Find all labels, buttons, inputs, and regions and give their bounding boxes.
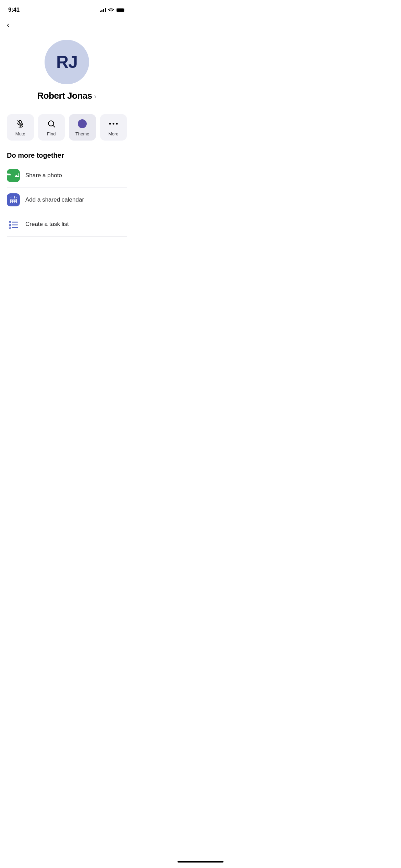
status-bar: 9:41 — [0, 0, 134, 17]
svg-point-34 — [10, 225, 11, 226]
mute-label: Mute — [15, 131, 25, 136]
mute-icon — [15, 119, 25, 129]
svg-point-25 — [13, 201, 14, 201]
svg-rect-21 — [10, 197, 17, 200]
find-label: Find — [47, 131, 56, 136]
section-title: Do more together — [7, 152, 64, 159]
avatar-section: RJ Robert Jonas › — [0, 33, 134, 105]
theme-label: Theme — [75, 131, 89, 136]
status-icons — [100, 8, 125, 12]
find-icon — [47, 119, 56, 129]
signal-bars-icon — [100, 8, 106, 12]
battery-icon — [116, 8, 125, 12]
svg-point-7 — [112, 123, 114, 125]
svg-point-24 — [11, 201, 12, 201]
svg-point-8 — [116, 123, 118, 125]
share-photo-label: Share a photo — [25, 172, 62, 179]
contact-name: Robert Jonas — [37, 91, 92, 101]
task-list-label: Create a task list — [25, 221, 69, 228]
list-items: Share a photo — [0, 164, 134, 237]
avatar: RJ — [45, 40, 89, 84]
svg-line-5 — [53, 125, 55, 127]
svg-point-27 — [11, 202, 12, 203]
more-label: More — [108, 131, 119, 136]
section-header: Do more together — [0, 149, 134, 164]
contact-name-row[interactable]: Robert Jonas › — [37, 91, 97, 101]
tasklist-icon — [7, 218, 20, 231]
svg-point-31 — [10, 222, 11, 223]
status-time: 9:41 — [8, 7, 20, 13]
shared-calendar-item[interactable]: Add a shared calendar — [7, 188, 127, 212]
wifi-icon — [108, 8, 114, 12]
action-buttons: Mute Find Theme More — [0, 105, 134, 149]
back-chevron-icon: ‹ — [7, 21, 9, 29]
theme-button[interactable]: Theme — [69, 114, 96, 141]
task-list-item[interactable]: Create a task list — [7, 212, 127, 237]
svg-point-28 — [13, 202, 14, 203]
contact-name-chevron-icon: › — [94, 92, 97, 100]
svg-point-11 — [18, 173, 19, 174]
svg-point-29 — [15, 202, 16, 203]
back-button[interactable]: ‹ — [0, 17, 134, 33]
svg-rect-1 — [117, 8, 124, 12]
avatar-initials: RJ — [56, 52, 77, 72]
theme-icon — [77, 119, 87, 129]
share-photo-item[interactable]: Share a photo — [7, 164, 127, 188]
svg-point-6 — [109, 123, 111, 125]
find-button[interactable]: Find — [38, 114, 65, 141]
shared-calendar-label: Add a shared calendar — [25, 196, 84, 203]
mute-button[interactable]: Mute — [7, 114, 34, 141]
more-button[interactable]: More — [100, 114, 127, 141]
calendar-icon — [7, 193, 20, 206]
svg-point-37 — [10, 227, 11, 228]
photo-icon — [7, 169, 20, 182]
svg-point-26 — [15, 201, 16, 201]
more-icon — [109, 119, 118, 129]
